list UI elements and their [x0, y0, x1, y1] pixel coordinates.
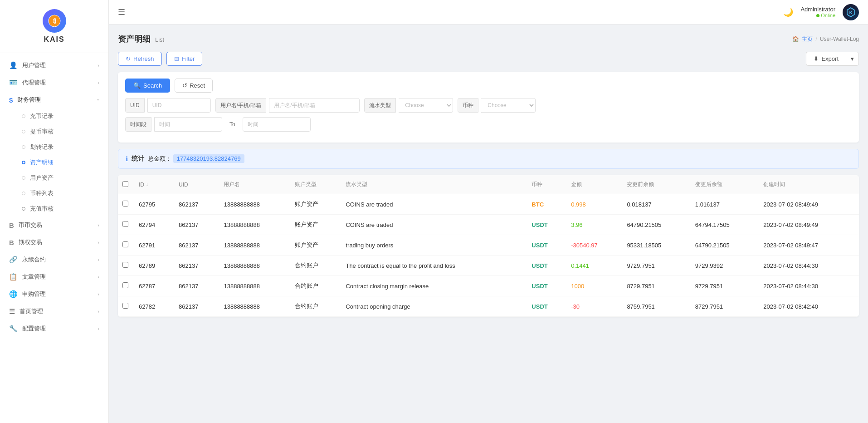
menu-icon: ☰ [9, 307, 15, 315]
sidebar-item-coin-trade[interactable]: B 币币交易 › [0, 216, 108, 234]
sidebar-item-finance-mgmt[interactable]: $ 财务管理 › [0, 91, 108, 108]
col-time: 创建时间 [759, 175, 859, 194]
export-button[interactable]: ⬇ Export [806, 52, 846, 66]
stats-total-label: 总金额： [148, 155, 171, 162]
cell-account-type: 合约账户 [290, 256, 341, 276]
sidebar-item-user-mgmt[interactable]: 👤 用户管理 › [0, 57, 108, 74]
flow-type-field: 流水类型 Choose [364, 98, 453, 113]
cell-uid: 862137 [174, 215, 219, 235]
coin-trade-icon: B [9, 221, 14, 229]
chevron-down-icon: ▾ [851, 55, 854, 62]
uid-label: UID [125, 98, 145, 113]
coin-select[interactable]: Choose [481, 98, 536, 113]
sidebar-item-label: 首页管理 [20, 307, 43, 315]
hamburger-button[interactable]: ☰ [118, 7, 125, 17]
breadcrumb-current: User-Wallet-Log [820, 36, 859, 42]
main-wrapper: ☰ 🌙 Administrator Online K 资产 [109, 0, 868, 423]
export-dropdown-button[interactable]: ▾ [846, 52, 859, 66]
row-checkbox[interactable] [122, 201, 128, 207]
reset-button[interactable]: ↺ Reset [175, 79, 213, 93]
chevron-icon: › [98, 63, 99, 68]
toolbar-left: ↻ Refresh ⊟ Filter [118, 52, 202, 66]
sidebar-item-perpetual[interactable]: 🔗 永续合约 › [0, 251, 108, 268]
time-from-input[interactable] [154, 117, 222, 132]
page-subtitle: List [155, 36, 164, 43]
cell-before: 9729.7951 [622, 256, 690, 276]
data-table: ID ↕ UID 用户名 账户类型 流水类型 币种 金额 变更前余额 变更后余额… [118, 175, 859, 317]
row-checkbox[interactable] [122, 303, 128, 309]
sidebar-sub-asset-detail[interactable]: 资产明细 [0, 155, 108, 170]
row-checkbox-cell [118, 215, 134, 235]
username-field: 用户名/手机/邮箱 [215, 98, 360, 113]
sidebar-item-label: 期权交易 [19, 238, 42, 246]
select-all-checkbox[interactable] [122, 181, 128, 187]
filter-row-2: 时间段 To [125, 117, 852, 132]
col-after: 变更后余额 [691, 175, 759, 194]
filter-button[interactable]: ⊟ Filter [166, 52, 203, 66]
cell-flow-type: Contract closing margin release [341, 276, 527, 296]
sidebar-sub-coin-list[interactable]: 币种列表 [0, 186, 108, 201]
breadcrumb-home-icon: 🏠 [792, 36, 799, 42]
col-uid: UID [174, 175, 219, 194]
table-row: 62794 862137 13888888888 账户资产 COINS are … [118, 215, 859, 235]
search-button[interactable]: 🔍 Search [125, 79, 170, 93]
cell-uid: 862137 [174, 296, 219, 317]
sub-dot-icon [22, 145, 25, 149]
cell-after: 64794.17505 [691, 215, 759, 235]
username-input[interactable] [269, 98, 360, 113]
breadcrumb-home-link[interactable]: 主页 [802, 35, 813, 43]
sidebar-sub-label: 用户资产 [30, 174, 54, 182]
refresh-button[interactable]: ↻ Refresh [118, 52, 162, 66]
sidebar-sub-recharge-record[interactable]: 充币记录 [0, 108, 108, 124]
sidebar-logo: ₿ KAIS [0, 0, 108, 53]
chevron-icon: › [98, 222, 99, 228]
col-id: ID ↕ [134, 175, 174, 194]
sidebar-sub-label: 提币审核 [30, 128, 54, 136]
row-checkbox-cell [118, 296, 134, 317]
export-group: ⬇ Export ▾ [806, 52, 859, 66]
page-title: 资产明细 [118, 34, 151, 44]
chevron-down-icon: › [96, 99, 101, 101]
time-to-input[interactable] [243, 117, 311, 132]
row-checkbox[interactable] [122, 241, 128, 247]
uid-input[interactable] [147, 98, 211, 113]
sidebar-item-article-mgmt[interactable]: 📋 文章管理 › [0, 268, 108, 285]
cell-account-type: 合约账户 [290, 276, 341, 296]
avatar[interactable]: K [843, 4, 859, 20]
content: 资产明细 List 🏠 主页 / User-Wallet-Log ↻ Refre… [109, 25, 868, 423]
sidebar-item-futures-trade[interactable]: B 期权交易 › [0, 234, 108, 251]
logo-icon: ₿ [43, 9, 66, 33]
sidebar-nav: 👤 用户管理 › 🪪 代理管理 › $ 财务管理 › 充币记录 提币审核 划转记… [0, 53, 108, 423]
row-checkbox[interactable] [122, 282, 128, 288]
sidebar-item-purchase-mgmt[interactable]: 🌐 申购管理 › [0, 285, 108, 303]
sidebar-sub-recharge-audit[interactable]: 充值审核 [0, 201, 108, 216]
cell-id: 62795 [134, 194, 174, 215]
sidebar-item-home-mgmt[interactable]: ☰ 首页管理 › [0, 303, 108, 320]
chevron-icon: › [98, 274, 99, 280]
sidebar-item-agent-mgmt[interactable]: 🪪 代理管理 › [0, 74, 108, 91]
cell-uid: 862137 [174, 256, 219, 276]
cell-account-type: 账户资产 [290, 194, 341, 215]
username-label: 用户名/手机/邮箱 [215, 98, 267, 113]
cell-after: 1.016137 [691, 194, 759, 215]
sidebar-sub-user-asset[interactable]: 用户资产 [0, 170, 108, 186]
sidebar-sub-transfer-record[interactable]: 划转记录 [0, 139, 108, 155]
sidebar-item-config-mgmt[interactable]: 🔧 配置管理 › [0, 320, 108, 337]
flow-type-select[interactable]: Choose [399, 98, 453, 113]
theme-toggle-button[interactable]: 🌙 [783, 7, 793, 17]
cell-time: 2023-07-02 08:49:49 [759, 194, 859, 215]
sidebar-sub-label: 资产明细 [30, 158, 54, 167]
svg-text:₿: ₿ [53, 17, 56, 25]
user-icon: 👤 [9, 61, 18, 69]
col-username: 用户名 [219, 175, 290, 194]
row-checkbox[interactable] [122, 262, 128, 268]
chevron-icon: › [98, 291, 99, 297]
row-checkbox[interactable] [122, 221, 128, 227]
reset-icon: ↺ [182, 82, 187, 89]
cell-flow-type: trading buy orders [341, 235, 527, 256]
cell-account-type: 账户资产 [290, 215, 341, 235]
cell-amount: 3.96 [566, 215, 622, 235]
cell-after: 9729.7951 [691, 276, 759, 296]
sidebar-sub-withdraw-audit[interactable]: 提币审核 [0, 124, 108, 139]
futures-icon: B [9, 239, 14, 246]
